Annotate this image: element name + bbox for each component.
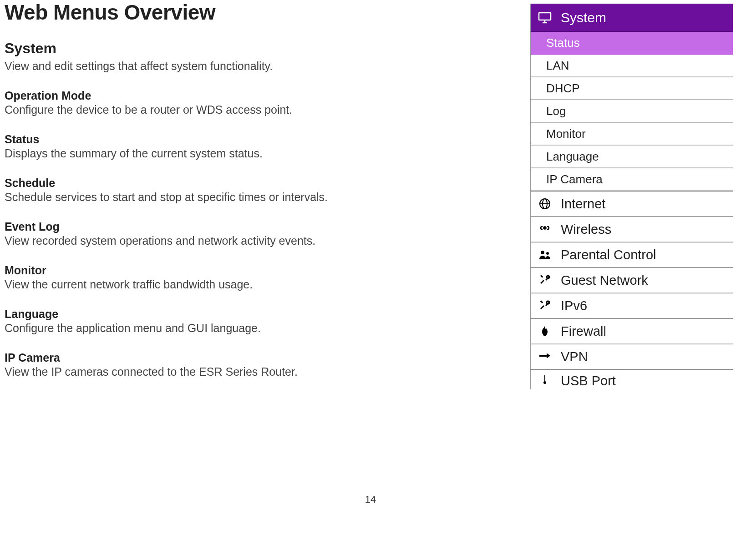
users-icon	[537, 249, 553, 260]
tools-icon	[537, 274, 553, 286]
monitor-icon	[537, 12, 553, 24]
nav-menu: System Status LAN DHCP Log Monitor Langu…	[530, 4, 733, 389]
fire-icon	[537, 325, 553, 337]
nav-sub-language[interactable]: Language	[531, 146, 733, 168]
exchange-icon	[537, 352, 553, 362]
nav-item-ipv6[interactable]: IPv6	[531, 293, 733, 318]
item-desc-schedule: Schedule services to start and stop at s…	[5, 191, 396, 204]
nav-item-label: VPN	[561, 349, 588, 364]
item-heading-status: Status	[5, 133, 396, 146]
usb-icon	[537, 373, 553, 384]
nav-item-label: USB Port	[561, 373, 616, 388]
item-heading-language: Language	[5, 308, 396, 321]
svg-point-6	[544, 227, 546, 229]
item-desc-status: Displays the summary of the current syst…	[5, 147, 396, 160]
nav-item-parental-control[interactable]: Parental Control	[531, 242, 733, 267]
nav-sub-log[interactable]: Log	[531, 100, 733, 123]
tools-icon	[537, 300, 553, 312]
item-heading-ip-camera: IP Camera	[5, 351, 396, 364]
item-heading-operation-mode: Operation Mode	[5, 89, 396, 102]
nav-item-guest-network[interactable]: Guest Network	[531, 267, 733, 293]
nav-item-firewall[interactable]: Firewall	[531, 318, 733, 344]
nav-sub-dhcp[interactable]: DHCP	[531, 77, 733, 100]
section-desc-system: View and edit settings that affect syste…	[5, 60, 396, 73]
nav-header-label: System	[561, 10, 606, 25]
nav-sub-monitor[interactable]: Monitor	[531, 123, 733, 146]
nav-sub-status[interactable]: Status	[531, 32, 733, 55]
wireless-icon	[537, 224, 553, 234]
nav-item-label: Wireless	[561, 222, 611, 237]
item-heading-event-log: Event Log	[5, 220, 396, 233]
nav-item-label: Guest Network	[561, 273, 648, 288]
item-desc-event-log: View recorded system operations and netw…	[5, 234, 396, 247]
nav-sub-lan[interactable]: LAN	[531, 55, 733, 77]
nav-header-system[interactable]: System	[531, 4, 733, 32]
svg-rect-0	[539, 13, 551, 20]
section-heading-system: System	[5, 40, 396, 57]
item-heading-monitor: Monitor	[5, 264, 396, 277]
globe-icon	[537, 198, 553, 210]
nav-item-usb-port[interactable]: USB Port	[531, 369, 733, 389]
item-desc-language: Configure the application menu and GUI l…	[5, 322, 396, 335]
page-title: Web Menus Overview	[5, 0, 396, 25]
nav-item-label: IPv6	[561, 298, 587, 313]
page-number: 14	[0, 494, 741, 505]
nav-item-wireless[interactable]: Wireless	[531, 217, 733, 242]
item-desc-ip-camera: View the IP cameras connected to the ESR…	[5, 365, 396, 378]
nav-item-vpn[interactable]: VPN	[531, 344, 733, 369]
nav-sub-ip-camera[interactable]: IP Camera	[531, 168, 733, 191]
nav-item-label: Internet	[561, 197, 605, 212]
nav-item-label: Firewall	[561, 324, 606, 339]
nav-item-label: Parental Control	[561, 247, 656, 262]
nav-item-internet[interactable]: Internet	[531, 191, 733, 217]
svg-point-7	[541, 251, 544, 254]
item-desc-operation-mode: Configure the device to be a router or W…	[5, 103, 396, 116]
item-desc-monitor: View the current network traffic bandwid…	[5, 278, 396, 291]
svg-point-8	[546, 252, 549, 255]
item-heading-schedule: Schedule	[5, 177, 396, 190]
svg-rect-12	[540, 300, 543, 303]
svg-rect-10	[540, 275, 543, 277]
